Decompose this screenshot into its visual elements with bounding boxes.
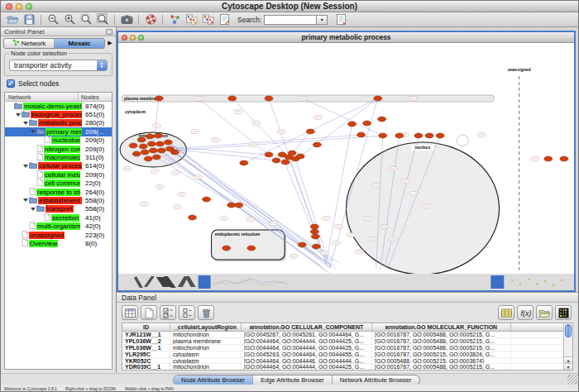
zoom-out-button[interactable] <box>45 12 61 26</box>
select-nodes-checkbox[interactable]: ✓ <box>7 79 15 88</box>
tree-row[interactable]: cellular process614(0) <box>5 162 112 170</box>
tree-row[interactable]: transport558(0) <box>5 205 112 213</box>
network-edge[interactable] <box>300 98 378 156</box>
delete-attribute-button[interactable] <box>198 305 214 320</box>
network-node[interactable] <box>154 133 162 138</box>
network-node[interactable] <box>306 129 314 134</box>
disclosure-triangle-icon[interactable] <box>23 122 28 125</box>
open-attributes-button[interactable] <box>536 305 553 320</box>
table-row[interactable]: YJR121W__1mitochondrion[GO:0045267, GO:0… <box>122 332 572 338</box>
network-node[interactable] <box>310 229 318 234</box>
network-edge[interactable] <box>176 136 382 151</box>
search-dropdown-button[interactable]: ▾ <box>317 15 328 25</box>
table-settings-button[interactable] <box>498 305 514 320</box>
open-file-button[interactable] <box>4 12 21 26</box>
float-panel-icon[interactable] <box>106 29 112 35</box>
table-header-cell[interactable]: annotation.GO MOLECULAR_FUNCTION <box>372 323 511 331</box>
network-node[interactable] <box>425 133 433 138</box>
network-node[interactable] <box>149 148 157 153</box>
network-node[interactable] <box>296 154 304 159</box>
network-node[interactable] <box>146 134 154 139</box>
network-close-button[interactable] <box>122 35 127 41</box>
network-node[interactable] <box>265 152 273 157</box>
network-node[interactable] <box>379 133 387 138</box>
tree-row[interactable]: biological_process651(0) <box>5 110 112 118</box>
network-node[interactable] <box>137 137 146 142</box>
network-node[interactable] <box>560 156 568 161</box>
import-table-button[interactable] <box>333 12 349 26</box>
table-header-cell[interactable]: ID <box>122 323 170 331</box>
network-node[interactable] <box>288 151 296 155</box>
network-node[interactable] <box>272 158 280 163</box>
table-row[interactable]: YKR052Ccytoplasm[GO:0044464, GO:0044446,… <box>122 358 572 365</box>
network-node[interactable] <box>436 133 444 138</box>
network-node[interactable] <box>395 133 404 138</box>
table-header-cell[interactable]: annotation.GO CELLULAR_COMPONENT <box>242 323 372 331</box>
network-graph[interactable]: plasma membranecytoplasmmitochondrionnuc… <box>118 43 574 274</box>
network-node[interactable] <box>155 96 163 101</box>
tab-mosaic[interactable]: Mosaic <box>55 39 104 48</box>
network-node[interactable] <box>170 150 179 155</box>
tab-network[interactable]: Network <box>4 39 55 48</box>
self-loop-edge[interactable] <box>457 135 468 146</box>
close-button[interactable] <box>6 3 12 10</box>
network-node[interactable] <box>139 144 147 149</box>
snapshot-button[interactable] <box>118 12 135 26</box>
network-zoom-button[interactable] <box>138 35 144 41</box>
tree-row[interactable]: response to stimulu264(0) <box>5 188 112 196</box>
network-node[interactable] <box>298 242 306 247</box>
network-node[interactable] <box>164 140 172 145</box>
network-window-titlebar[interactable]: primary metabolic process <box>118 32 574 43</box>
network-node[interactable] <box>348 122 356 127</box>
search-input[interactable] <box>264 15 317 25</box>
tree-row[interactable]: nitrogen compo209(0) <box>5 145 112 153</box>
create-attribute-button[interactable] <box>141 305 157 320</box>
tree-row[interactable]: primary metabo209(... <box>5 127 112 136</box>
tree-header-nodes[interactable]: Nodes <box>79 93 112 101</box>
copy-network-style-button[interactable] <box>183 12 199 26</box>
network-node[interactable] <box>132 151 141 156</box>
network-node[interactable] <box>188 215 196 220</box>
tree-row[interactable]: macromolecule311(0) <box>5 153 112 161</box>
network-node[interactable] <box>223 246 231 251</box>
zoom-window-button[interactable] <box>26 3 32 10</box>
tree-row[interactable]: unassigned223(0) <box>5 231 112 239</box>
matrix-view-button[interactable] <box>555 305 572 320</box>
network-node[interactable] <box>144 156 152 161</box>
network-node[interactable] <box>374 96 382 101</box>
tree-row[interactable]: multi-organism pro42(0) <box>5 222 112 230</box>
list-attributes-button[interactable] <box>179 305 195 320</box>
network-node[interactable] <box>129 143 137 148</box>
network-node[interactable] <box>152 155 160 160</box>
tab-overflow-arrow[interactable]: ▶ <box>107 40 113 46</box>
table-row[interactable]: YPL036W__1mitochondrion[GO:0044464, GO:0… <box>122 345 572 351</box>
network-node[interactable] <box>203 197 211 202</box>
select-columns-button[interactable] <box>122 305 138 320</box>
network-node[interactable] <box>227 203 236 208</box>
network-node[interactable] <box>141 150 149 155</box>
tree-row[interactable]: nucleobase-209(0) <box>5 136 112 145</box>
network-node[interactable] <box>247 246 256 251</box>
network-node[interactable] <box>147 141 156 146</box>
network-node[interactable] <box>378 117 386 122</box>
node-color-dropdown[interactable]: transporter activity ▲▼ <box>9 60 108 71</box>
disclosure-triangle-icon[interactable] <box>31 208 36 211</box>
zoom-in-button[interactable] <box>61 12 78 26</box>
formula-button[interactable]: f(x) <box>517 305 534 320</box>
save-session-button[interactable] <box>21 12 37 26</box>
minimize-button[interactable] <box>16 3 22 10</box>
network-node[interactable] <box>312 244 320 249</box>
annotation-button[interactable] <box>216 12 232 26</box>
resize-grip[interactable] <box>567 375 577 385</box>
tree-header-network[interactable]: Network <box>5 93 79 101</box>
zoom-selected-button[interactable] <box>78 12 94 26</box>
network-node[interactable] <box>544 156 553 161</box>
table-row[interactable]: YDR039C__1mitochondrion[GO:0044464, GO:0… <box>122 364 572 370</box>
tree-row[interactable]: cell communicat22(0) <box>5 179 112 188</box>
disclosure-triangle-icon[interactable] <box>23 198 28 202</box>
apply-network-style-button[interactable] <box>199 12 216 26</box>
network-node[interactable] <box>313 142 321 147</box>
table-header-cell[interactable]: _cellularLayoutRegion <box>170 323 242 331</box>
disclosure-triangle-icon[interactable] <box>16 113 21 117</box>
network-overview-button[interactable] <box>166 12 183 26</box>
